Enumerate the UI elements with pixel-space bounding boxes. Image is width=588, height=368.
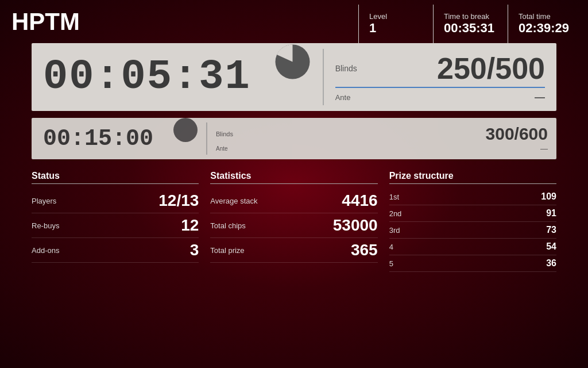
prize-place-value: 109 <box>541 191 556 202</box>
header: HPTM Level 1 Time to break 00:35:31 Tota… <box>0 0 588 43</box>
prize-place-value: 36 <box>546 258 556 269</box>
avg-stack-label: Average stack <box>210 197 257 205</box>
avg-stack-value: 4416 <box>342 191 377 210</box>
prize-row: 454 <box>389 239 556 255</box>
next-timer-display: 00:15:00 <box>43 126 153 152</box>
next-blinds-section: Blinds 300/600 Ante — <box>207 118 556 159</box>
next-timer-card: 00:15:00 Blinds 300/600 Ante — <box>32 118 556 159</box>
rebuys-row: Re-buys 12 <box>32 213 199 238</box>
total-chips-label: Total chips <box>210 221 245 230</box>
total-prize-value: 365 <box>351 241 378 259</box>
statistics-panel: Statistics Average stack 4416 Total chip… <box>210 171 377 272</box>
prize-place-value: 73 <box>546 225 556 235</box>
total-chips-value: 53000 <box>333 216 378 235</box>
prize-panel: Prize structure 1st1092nd913rd73454536 <box>389 171 556 272</box>
addons-row: Add-ons 3 <box>32 238 199 263</box>
prize-row: 536 <box>389 255 556 272</box>
status-title: Status <box>32 171 199 184</box>
app-title: HPTM <box>6 0 358 43</box>
prize-place-label: 2nd <box>389 209 402 218</box>
players-row: Players 12/13 <box>32 189 199 213</box>
prize-place-label: 4 <box>389 243 393 251</box>
total-time-value: 02:39:29 <box>519 21 572 36</box>
total-prize-label: Total prize <box>210 246 244 255</box>
main-blinds-section: Blinds 250/500 Ante — <box>324 43 556 111</box>
prize-rows: 1st1092nd913rd73454536 <box>389 189 556 272</box>
addons-label: Add-ons <box>32 246 59 255</box>
next-circle-icon <box>173 118 198 142</box>
prize-place-label: 3rd <box>389 226 400 235</box>
prize-place-value: 54 <box>546 241 556 252</box>
main-timer-card: 00:05:31 Blinds 250/500 Ante — <box>32 43 556 111</box>
prize-title: Prize structure <box>389 171 556 184</box>
next-blinds-label: Blinds <box>216 131 233 137</box>
level-label: Level <box>369 12 423 21</box>
total-prize-row: Total prize 365 <box>210 238 377 263</box>
total-time-label: Total time <box>519 12 572 21</box>
total-chips-row: Total chips 53000 <box>210 213 377 238</box>
time-to-break-label: Time to break <box>444 12 497 21</box>
prize-row: 3rd73 <box>389 222 556 239</box>
next-timer-section: 00:15:00 <box>32 118 165 159</box>
prize-row: 2nd91 <box>389 205 556 222</box>
status-panel: Status Players 12/13 Re-buys 12 Add-ons … <box>32 171 199 272</box>
ante-value: — <box>535 91 545 103</box>
players-value: 12/13 <box>158 191 199 210</box>
blinds-value: 250/500 <box>437 53 545 83</box>
blinds-divider <box>335 87 545 88</box>
avg-stack-row: Average stack 4416 <box>210 189 377 213</box>
level-value: 1 <box>369 21 423 36</box>
prize-row: 1st109 <box>389 189 556 205</box>
addons-value: 3 <box>190 241 199 259</box>
next-blinds-value: 300/600 <box>486 124 548 143</box>
prize-place-value: 91 <box>546 208 556 218</box>
total-time-block: Total time 02:39:29 <box>508 5 582 43</box>
time-to-break-value: 00:35:31 <box>444 21 497 36</box>
next-ante-label: Ante <box>216 145 228 152</box>
prize-place-label: 1st <box>389 193 399 201</box>
prize-place-label: 5 <box>389 259 393 268</box>
next-ante-value: — <box>540 144 548 153</box>
rebuys-value: 12 <box>181 216 199 235</box>
players-label: Players <box>32 197 56 205</box>
time-to-break-block: Time to break 00:35:31 <box>433 5 508 43</box>
level-block: Level 1 <box>358 5 433 43</box>
main-timer-section: 00:05:31 <box>32 43 262 111</box>
timer-pie-icon <box>274 43 311 80</box>
ante-label: Ante <box>335 93 351 102</box>
blinds-label: Blinds <box>335 64 357 73</box>
statistics-title: Statistics <box>210 171 377 184</box>
header-stats: Level 1 Time to break 00:35:31 Total tim… <box>358 5 582 43</box>
blinds-row: Blinds 250/500 <box>335 51 545 86</box>
ante-row: Ante — <box>335 91 545 103</box>
stats-section: Status Players 12/13 Re-buys 12 Add-ons … <box>32 171 556 272</box>
main-timer-display[interactable]: 00:05:31 <box>43 53 251 101</box>
rebuys-label: Re-buys <box>32 221 59 230</box>
